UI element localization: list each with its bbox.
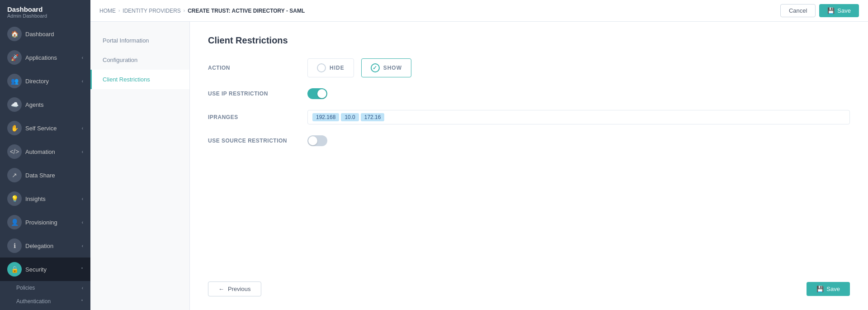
chevron-icon: ‹ — [82, 149, 83, 154]
save-icon: 💾 — [827, 7, 835, 14]
sidebar-item-insights[interactable]: 💡 Insights ‹ — [0, 187, 90, 210]
sidebar-item-data-share[interactable]: ↗ Data Share — [0, 163, 90, 187]
toggle-knob — [317, 89, 326, 98]
show-radio[interactable] — [371, 63, 380, 72]
show-label: SHOW — [383, 65, 402, 71]
chevron-icon: ‹ — [82, 243, 83, 248]
delegation-icon: ℹ — [7, 238, 22, 253]
sidebar-title: Dashboard — [7, 5, 83, 13]
chevron-icon: ‹ — [82, 126, 83, 131]
source-restriction-toggle[interactable] — [307, 135, 327, 146]
hide-option[interactable]: HIDE — [307, 58, 354, 77]
chevron-icon: ‹ — [82, 79, 83, 84]
sidebar-item-applications[interactable]: 🚀 Applications ‹ — [0, 46, 90, 69]
self-service-icon: ✋ — [7, 121, 22, 135]
sidebar-item-agents[interactable]: ☁️ Agents — [0, 93, 90, 116]
security-icon: 🔒 — [7, 262, 22, 277]
sidebar-label-policies: Policies — [16, 285, 35, 291]
form-title: Client Restrictions — [208, 35, 850, 46]
hide-label: HIDE — [330, 65, 344, 71]
sidebar-header: Dashboard Admin Dashboard — [0, 0, 90, 22]
data-share-icon: ↗ — [7, 168, 22, 182]
sidebar-item-automation[interactable]: </> Automation ‹ — [0, 140, 90, 163]
source-restriction-label: USE SOURCE RESTRICTION — [208, 138, 307, 144]
cancel-button[interactable]: Cancel — [780, 4, 816, 17]
breadcrumb-current: CREATE TRUST: ACTIVE DIRECTORY - SAML — [188, 8, 305, 14]
chevron-icon: ˅ — [81, 299, 83, 304]
breadcrumb-home[interactable]: HOME — [99, 8, 116, 14]
chevron-icon: ‹ — [82, 286, 83, 291]
provisioning-icon: 👤 — [7, 215, 22, 229]
chevron-icon: ‹ — [82, 220, 83, 225]
step-configuration[interactable]: Configuration — [90, 50, 189, 70]
breadcrumb: HOME › IDENTITY PROVIDERS › CREATE TRUST… — [99, 8, 305, 14]
sidebar-label-insights: Insights — [25, 196, 46, 202]
sidebar-label-security: Security — [25, 266, 47, 273]
source-toggle-knob — [308, 136, 317, 145]
sidebar-item-self-service[interactable]: ✋ Self Service ‹ — [0, 116, 90, 140]
chevron-down-icon: ˅ — [81, 267, 83, 272]
agents-icon: ☁️ — [7, 97, 22, 112]
previous-label: Previous — [228, 286, 251, 292]
source-restriction-row: USE SOURCE RESTRICTION — [208, 135, 850, 146]
save-footer-label: Save — [826, 286, 840, 292]
breadcrumb-identity-providers[interactable]: IDENTITY PROVIDERS — [123, 8, 180, 14]
sidebar-label-automation: Automation — [25, 148, 55, 155]
sidebar-item-identity-providers[interactable]: 👤 Identity providers — [0, 308, 90, 310]
ipranges-input[interactable] — [386, 114, 845, 121]
ipranges-input-container[interactable]: 192.168 10.0 172.16 — [307, 110, 850, 124]
sidebar-label-applications: Applications — [25, 54, 57, 61]
sidebar-item-directory[interactable]: 👥 Directory ‹ — [0, 69, 90, 93]
ip-restriction-control — [307, 88, 850, 99]
sidebar-label-self-service: Self Service — [25, 125, 57, 132]
applications-icon: 🚀 — [7, 50, 22, 65]
action-row: ACTION HIDE SHOW — [208, 58, 850, 77]
automation-icon: </> — [7, 144, 22, 159]
breadcrumb-sep-2: › — [184, 8, 185, 13]
sidebar: Dashboard Admin Dashboard 🏠 Dashboard 🚀 … — [0, 0, 90, 310]
action-label: ACTION — [208, 65, 307, 71]
topbar: HOME › IDENTITY PROVIDERS › CREATE TRUST… — [90, 0, 868, 22]
sidebar-label-delegation: Delegation — [25, 243, 53, 249]
ip-tag-1: 192.168 — [312, 113, 339, 121]
directory-icon: 👥 — [7, 74, 22, 88]
step-portal-information[interactable]: Portal Information — [90, 31, 189, 50]
form-panel: Client Restrictions ACTION HIDE SHOW — [190, 22, 868, 310]
arrow-left-icon: ← — [218, 286, 224, 292]
sidebar-label-directory: Directory — [25, 78, 49, 85]
ip-tag-2: 10.0 — [341, 113, 359, 121]
chevron-icon: ‹ — [82, 196, 83, 201]
sidebar-item-delegation[interactable]: ℹ Delegation ‹ — [0, 234, 90, 258]
form-footer: ← Previous 💾 Save — [208, 268, 850, 296]
ip-restriction-row: USE IP RESTRICTION — [208, 88, 850, 99]
hide-radio[interactable] — [317, 63, 326, 72]
ipranges-row: IPRANGES 192.168 10.0 172.16 — [208, 110, 850, 124]
save-footer-icon: 💾 — [816, 286, 824, 292]
save-button-top[interactable]: 💾 Save — [819, 4, 859, 17]
sidebar-item-provisioning[interactable]: 👤 Provisioning ‹ — [0, 210, 90, 234]
insights-icon: 💡 — [7, 191, 22, 206]
step-client-restrictions[interactable]: Client Restrictions — [90, 70, 189, 89]
sidebar-item-authentication[interactable]: Authentication ˅ — [0, 295, 90, 308]
content-body: Portal Information Configuration Client … — [90, 22, 868, 310]
sidebar-label-authentication: Authentication — [16, 298, 51, 305]
sidebar-item-security[interactable]: 🔒 Security ˅ — [0, 258, 90, 281]
show-option[interactable]: SHOW — [361, 58, 411, 77]
main-content: HOME › IDENTITY PROVIDERS › CREATE TRUST… — [90, 0, 868, 310]
sidebar-label-agents: Agents — [25, 101, 43, 108]
previous-button[interactable]: ← Previous — [208, 281, 261, 296]
sidebar-item-dashboard[interactable]: 🏠 Dashboard — [0, 22, 90, 46]
chevron-icon: ‹ — [82, 55, 83, 60]
ipranges-label: IPRANGES — [208, 114, 307, 120]
sidebar-item-policies[interactable]: Policies ‹ — [0, 281, 90, 295]
save-label: Save — [837, 7, 851, 14]
ip-tag-3: 172.16 — [361, 113, 385, 121]
ipranges-control: 192.168 10.0 172.16 — [307, 110, 850, 124]
save-button-footer[interactable]: 💾 Save — [807, 282, 850, 296]
steps-panel: Portal Information Configuration Client … — [90, 22, 190, 310]
sidebar-label-data-share: Data Share — [25, 172, 55, 179]
sidebar-label-dashboard: Dashboard — [25, 31, 54, 38]
sidebar-label-provisioning: Provisioning — [25, 219, 57, 226]
breadcrumb-sep-1: › — [118, 8, 120, 13]
ip-restriction-toggle[interactable] — [307, 88, 327, 99]
